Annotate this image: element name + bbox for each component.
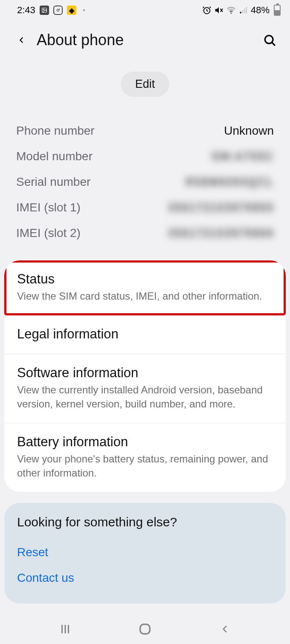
looking-for-title: Looking for something else? — [17, 515, 273, 529]
info-label: IMEI (slot 2) — [16, 226, 81, 240]
section-title: Software information — [17, 365, 273, 381]
status-left: 2:43 ◈ • — [17, 5, 85, 16]
info-value: 356172103979865 — [168, 201, 274, 214]
section-subtitle: View the SIM card status, IMEI, and othe… — [17, 289, 273, 303]
device-info-list: Phone number Unknown Model number SM-A70… — [0, 118, 290, 246]
section-subtitle: View the currently installed Android ver… — [17, 383, 273, 411]
sections-card: Status View the SIM card status, IMEI, a… — [4, 260, 286, 492]
looking-for-card: Looking for something else? Reset Contac… — [4, 503, 286, 604]
info-value: Unknown — [224, 124, 274, 138]
section-software-information[interactable]: Software information View the currently … — [4, 354, 286, 423]
battery-text: 48% — [251, 5, 270, 16]
svg-point-1 — [43, 9, 44, 10]
info-row-serial-number[interactable]: Serial number R58M6094QCL — [16, 169, 274, 195]
section-title: Battery information — [17, 434, 273, 450]
section-status[interactable]: Status View the SIM card status, IMEI, a… — [4, 260, 286, 315]
nav-back-button[interactable] — [216, 621, 233, 638]
nav-home-button[interactable] — [136, 621, 154, 638]
svg-point-5 — [231, 12, 232, 14]
section-subtitle: View your phone's battery status, remain… — [17, 452, 273, 480]
info-label: Model number — [16, 150, 93, 163]
section-title: Status — [17, 271, 273, 287]
instagram-icon — [53, 6, 63, 15]
section-legal-information[interactable]: Legal information — [4, 315, 286, 354]
info-label: Serial number — [16, 175, 90, 189]
app-icon: ◈ — [67, 6, 76, 15]
alarm-icon — [202, 6, 212, 15]
info-row-phone-number[interactable]: Phone number Unknown — [16, 118, 274, 144]
section-title: Legal information — [17, 326, 273, 342]
section-battery-information[interactable]: Battery information View your phone's ba… — [4, 423, 286, 492]
edit-button-container: Edit — [0, 54, 290, 118]
info-value: 356172103979866 — [168, 226, 274, 240]
status-time: 2:43 — [17, 5, 35, 16]
info-row-imei-2[interactable]: IMEI (slot 2) 356172103979866 — [16, 220, 274, 246]
back-button[interactable] — [13, 32, 30, 49]
svg-point-3 — [59, 9, 59, 9]
link-reset[interactable]: Reset — [17, 540, 273, 565]
svg-rect-11 — [140, 624, 150, 634]
page-header: About phone — [0, 20, 290, 54]
signal-icon — [239, 6, 248, 15]
system-nav-bar — [0, 614, 290, 644]
mute-vibrate-icon — [214, 6, 223, 15]
link-contact-us[interactable]: Contact us — [17, 565, 273, 591]
nav-recents-button[interactable] — [57, 621, 74, 638]
more-notifications-icon: • — [81, 7, 85, 14]
wifi-icon — [226, 6, 236, 15]
status-right: 48% — [202, 5, 281, 16]
info-row-model-number[interactable]: Model number SM-A705C — [16, 144, 274, 169]
info-label: IMEI (slot 1) — [16, 201, 81, 214]
gallery-icon — [40, 6, 49, 15]
search-button[interactable] — [260, 31, 279, 49]
info-row-imei-1[interactable]: IMEI (slot 1) 356172103979865 — [16, 195, 274, 220]
system-status-bar: 2:43 ◈ • 48% — [0, 0, 290, 20]
edit-button[interactable]: Edit — [121, 72, 170, 97]
svg-line-7 — [272, 42, 275, 45]
info-value: R58M6094QCL — [186, 175, 274, 189]
battery-icon — [274, 5, 281, 16]
info-value: SM-A705C — [212, 150, 274, 163]
info-label: Phone number — [16, 124, 95, 138]
svg-point-2 — [57, 9, 59, 12]
page-title: About phone — [37, 31, 260, 49]
